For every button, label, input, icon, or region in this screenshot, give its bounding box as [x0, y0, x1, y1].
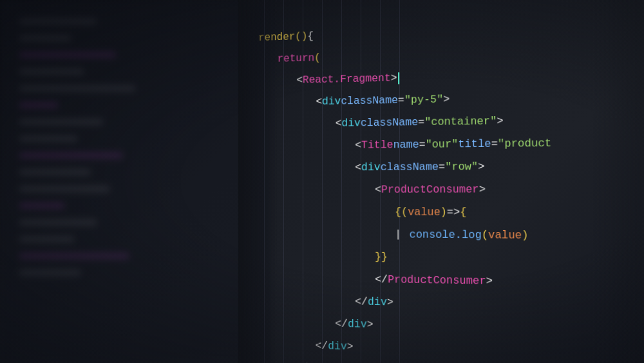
param-value: value: [408, 207, 440, 218]
code-line-8: <ProductConsumer>: [258, 178, 644, 201]
code-editor-screenshot: render() { return ( <React.Fragment> <di…: [0, 0, 644, 363]
keyword-render: render: [258, 32, 295, 43]
code-area: render() { return ( <React.Fragment> <di…: [245, 0, 644, 363]
code-content: render() { return ( <React.Fragment> <di…: [257, 1, 644, 363]
blurred-code-left: [0, 0, 270, 363]
product-consumer-close: ProductConsumer: [388, 275, 486, 287]
closing-braces: }}: [375, 252, 388, 263]
code-line-6: <Title name="our" title= "product: [258, 131, 644, 157]
react-fragment-open: React.Fragment: [303, 74, 391, 86]
title-component: Title: [361, 140, 393, 151]
console-method: console.log: [410, 230, 482, 240]
code-line-7: <div className="row">: [258, 154, 644, 179]
code-line-9: {(value) => {: [258, 201, 644, 225]
keyword-return: return: [278, 53, 315, 64]
text-cursor: [398, 72, 399, 84]
product-consumer-open: ProductConsumer: [381, 184, 479, 195]
code-line-10: | console.log(value): [258, 223, 644, 248]
